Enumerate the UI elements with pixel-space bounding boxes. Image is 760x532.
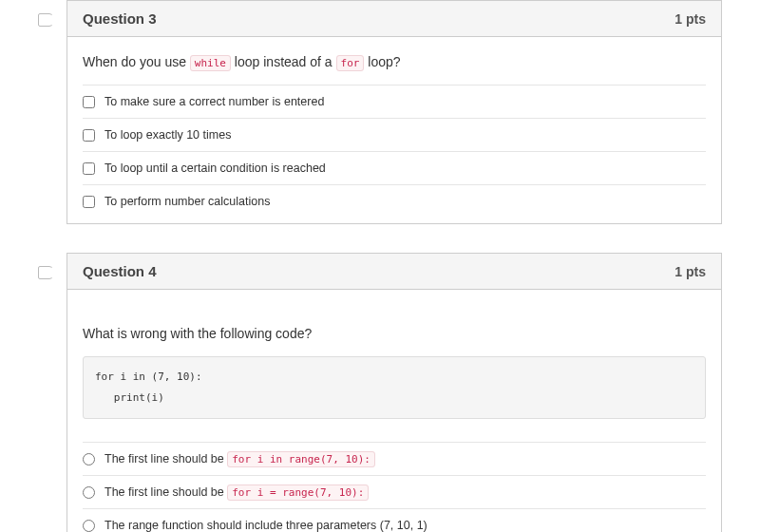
- question-points: 1 pts: [674, 264, 706, 279]
- answer-text-pre: To make sure a correct number is entered: [104, 95, 324, 108]
- code-chip: while: [190, 55, 231, 71]
- question-number: Question 4: [83, 263, 157, 279]
- answer-text: To loop exactly 10 times: [104, 128, 231, 142]
- answer-radio[interactable]: [83, 520, 95, 532]
- question-header: Question 41 pts: [67, 254, 721, 290]
- answer-text-pre: The range function should include three …: [104, 519, 428, 532]
- answer-option[interactable]: To perform number calculations: [83, 184, 706, 218]
- code-block: for i in (7, 10): print(i): [83, 356, 706, 419]
- question-block: Question 31 ptsWhen do you use while loo…: [38, 0, 722, 224]
- answer-option[interactable]: The range function should include three …: [83, 508, 706, 532]
- answer-text: The first line should be for i in range(…: [104, 452, 375, 466]
- answer-checkbox[interactable]: [83, 196, 95, 208]
- question-prompt: When do you use while loop instead of a …: [83, 54, 706, 69]
- question-card: Question 31 ptsWhen do you use while loo…: [66, 0, 722, 224]
- question-prompt: What is wrong with the following code?: [83, 326, 706, 341]
- question-body: What is wrong with the following code?fo…: [67, 290, 721, 532]
- answer-text-pre: To loop until a certain condition is rea…: [104, 162, 326, 175]
- code-chip: for i in range(7, 10):: [227, 451, 375, 467]
- question-number: Question 3: [83, 10, 157, 27]
- answer-text: The range function should include three …: [104, 519, 428, 532]
- answer-radio[interactable]: [83, 453, 95, 466]
- question-block: Question 41 ptsWhat is wrong with the fo…: [38, 253, 722, 532]
- answer-option[interactable]: To make sure a correct number is entered: [83, 85, 706, 118]
- answer-text: The first line should be for i = range(7…: [104, 485, 369, 499]
- prompt-text: What is wrong with the following code?: [83, 326, 312, 341]
- code-chip: for: [336, 55, 365, 71]
- prompt-text: loop?: [364, 54, 400, 69]
- answer-option[interactable]: To loop until a certain condition is rea…: [83, 151, 706, 184]
- answer-text-pre: To loop exactly 10 times: [104, 128, 231, 142]
- prompt-text: When do you use: [83, 54, 190, 69]
- question-card: Question 41 ptsWhat is wrong with the fo…: [66, 253, 722, 532]
- answer-text: To perform number calculations: [104, 195, 270, 208]
- flag-icon[interactable]: [38, 266, 53, 279]
- answer-option[interactable]: To loop exactly 10 times: [83, 118, 706, 151]
- answer-text-pre: The first line should be: [104, 485, 227, 499]
- question-points: 1 pts: [674, 11, 706, 27]
- answer-checkbox[interactable]: [83, 162, 95, 175]
- answer-text-pre: To perform number calculations: [104, 195, 270, 208]
- code-chip: for i = range(7, 10):: [227, 484, 369, 501]
- flag-icon[interactable]: [38, 13, 53, 27]
- answer-option[interactable]: The first line should be for i = range(7…: [83, 475, 706, 508]
- answer-text: To loop until a certain condition is rea…: [104, 162, 326, 175]
- answer-option[interactable]: The first line should be for i in range(…: [83, 442, 706, 475]
- answer-checkbox[interactable]: [83, 129, 95, 142]
- prompt-text: loop instead of a: [231, 54, 336, 69]
- answer-text: To make sure a correct number is entered: [104, 95, 324, 108]
- question-body: When do you use while loop instead of a …: [67, 37, 721, 223]
- question-header: Question 31 pts: [67, 1, 721, 37]
- answer-checkbox[interactable]: [83, 96, 95, 108]
- answer-text-pre: The first line should be: [104, 452, 227, 466]
- answer-radio[interactable]: [83, 486, 95, 499]
